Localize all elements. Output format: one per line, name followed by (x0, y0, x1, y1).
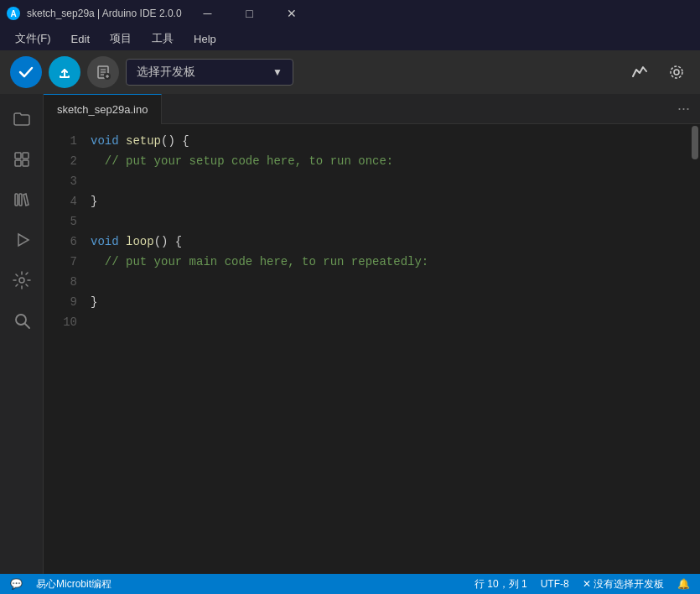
line-content: } (91, 191, 690, 211)
line-number: 7 (44, 252, 91, 272)
status-bar: 💬 易心Microbit编程 行 10，列 1 UTF-8 ✕ 没有选择开发板 … (0, 574, 700, 594)
sidebar-item-library[interactable] (3, 181, 40, 218)
board-selector[interactable]: 选择开发板 ▼ (126, 59, 293, 86)
sidebar-item-search[interactable] (3, 302, 40, 339)
table-row: 9 } (44, 292, 690, 312)
search-icon (12, 310, 32, 331)
serial-plotter-button[interactable] (626, 59, 653, 86)
toolbar: 选择开发板 ▼ (0, 50, 700, 94)
checkmark-icon (17, 63, 35, 81)
line-content: // put your main code here, to run repea… (91, 252, 690, 272)
tab-filename: sketch_sep29a.ino (57, 103, 148, 116)
sidebar-item-sketch[interactable] (3, 141, 40, 178)
settings-button[interactable] (663, 59, 690, 86)
verify-button[interactable] (10, 56, 42, 88)
app-icon: A (7, 7, 20, 20)
svg-point-9 (671, 66, 682, 78)
status-bar-left: 💬 易心Microbit编程 (10, 577, 111, 591)
svg-point-8 (674, 70, 679, 75)
line-content: void setup() { (91, 131, 690, 151)
svg-rect-14 (15, 194, 18, 206)
chevron-down-icon: ▼ (272, 66, 283, 78)
encoding-status: UTF-8 (541, 578, 569, 590)
library-icon (12, 190, 32, 210)
sidebar-item-board-manager[interactable] (3, 262, 40, 299)
svg-marker-16 (18, 234, 29, 246)
scrollbar-track[interactable] (690, 124, 700, 574)
upload-arrow-icon (55, 63, 74, 81)
line-content: } (91, 292, 690, 312)
line-number: 8 (44, 272, 91, 292)
line-number: 2 (44, 151, 91, 171)
line-number: 5 (44, 211, 91, 232)
folder-icon (12, 109, 32, 129)
brand-label: 易心Microbit编程 (36, 577, 111, 591)
table-row: 10 (44, 312, 690, 332)
menu-tools[interactable]: 工具 (143, 29, 182, 49)
line-number: 1 (44, 131, 91, 151)
title-bar: A sketch_sep29a | Arduino IDE 2.0.0 ─ □ … (0, 0, 700, 27)
wechat-icon: 💬 (10, 578, 23, 590)
table-row: 6 void loop() { (44, 232, 690, 252)
editor-scroll-area: 1 void setup() { 2 // put your setup cod… (44, 124, 700, 574)
line-content: void loop() { (91, 232, 690, 252)
tab-more-button[interactable]: ··· (667, 100, 700, 117)
line-number: 9 (44, 292, 91, 312)
table-row: 8 (44, 272, 690, 292)
maximize-button[interactable]: □ (231, 0, 269, 27)
editor-content[interactable]: 1 void setup() { 2 // put your setup cod… (44, 124, 690, 574)
line-content: // put your setup code here, to run once… (91, 151, 690, 171)
line-number: 3 (44, 171, 91, 191)
svg-rect-13 (23, 160, 29, 166)
new-file-icon (95, 64, 111, 81)
sidebar (0, 94, 44, 574)
svg-point-18 (16, 315, 26, 325)
minimize-button[interactable]: ─ (189, 0, 227, 27)
table-row: 1 void setup() { (44, 131, 690, 151)
svg-rect-10 (15, 153, 21, 159)
settings-icon (667, 63, 686, 81)
table-row: 3 (44, 171, 690, 191)
menu-bar: 文件(F) Edit 项目 工具 Help (0, 27, 700, 50)
close-button[interactable]: ✕ (272, 0, 311, 27)
menu-edit[interactable]: Edit (63, 30, 98, 48)
menu-project[interactable]: 项目 (101, 29, 140, 49)
svg-rect-12 (15, 160, 21, 166)
svg-rect-11 (23, 153, 29, 159)
main-layout: sketch_sep29a.ino ··· 1 void setup() { 2… (0, 94, 700, 574)
menu-help[interactable]: Help (185, 30, 225, 48)
editor-tab-sketch[interactable]: sketch_sep29a.ino (44, 94, 162, 124)
sidebar-item-folder[interactable] (3, 101, 40, 138)
line-number: 4 (44, 191, 91, 211)
signal-icon (630, 63, 649, 81)
no-board-status[interactable]: ✕ 没有选择开发板 (583, 577, 664, 591)
upload-button[interactable] (49, 56, 80, 88)
code-editor[interactable]: 1 void setup() { 2 // put your setup cod… (44, 124, 690, 339)
sketch-icon (12, 149, 32, 169)
svg-point-17 (19, 278, 24, 283)
table-row: 7 // put your main code here, to run rep… (44, 252, 690, 272)
new-sketch-button[interactable] (87, 56, 119, 88)
board-selector-label: 选择开发板 (137, 65, 195, 80)
status-bar-right: 行 10，列 1 UTF-8 ✕ 没有选择开发板 🔔 (474, 577, 690, 591)
line-col-status: 行 10，列 1 (474, 577, 527, 591)
title-bar-title: sketch_sep29a | Arduino IDE 2.0.0 (27, 8, 182, 19)
board-manager-icon (12, 270, 32, 290)
line-number: 10 (44, 312, 91, 332)
editor-tab-bar: sketch_sep29a.ino ··· (44, 94, 700, 124)
table-row: 2 // put your setup code here, to run on… (44, 151, 690, 171)
sidebar-item-debug[interactable] (3, 221, 40, 258)
line-number: 6 (44, 232, 91, 252)
table-row: 4 } (44, 191, 690, 211)
table-row: 5 (44, 211, 690, 232)
menu-file[interactable]: 文件(F) (7, 29, 60, 49)
scrollbar-thumb[interactable] (692, 126, 698, 159)
bell-icon[interactable]: 🔔 (677, 578, 690, 590)
debug-icon (12, 230, 32, 250)
toolbar-right (626, 59, 690, 86)
window-controls: ─ □ ✕ (189, 0, 311, 27)
svg-rect-15 (19, 194, 22, 206)
editor-area: sketch_sep29a.ino ··· 1 void setup() { 2… (44, 94, 700, 574)
svg-line-19 (25, 324, 29, 328)
